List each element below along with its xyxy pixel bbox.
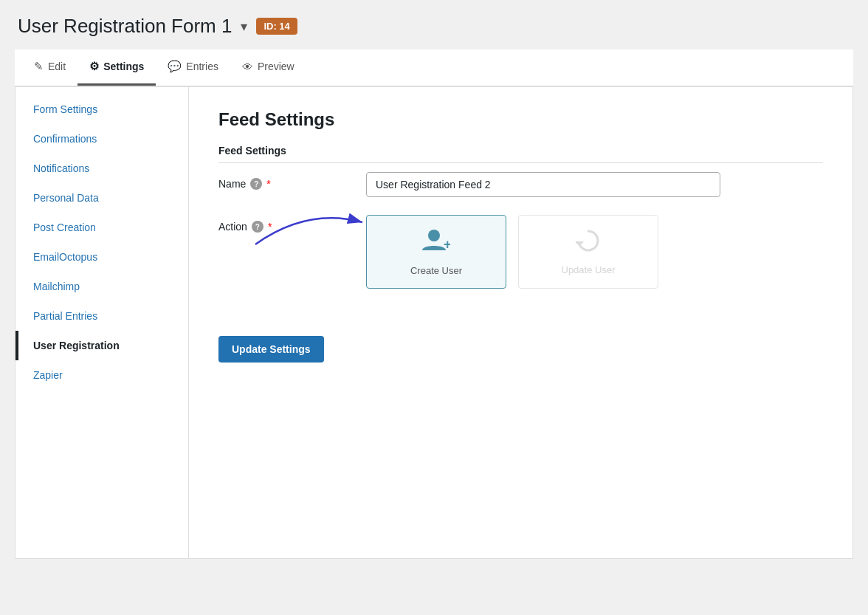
page-title: User Registration Form 1 [18,15,232,38]
update-user-button[interactable]: Update User [518,215,658,289]
sidebar-item-post-creation[interactable]: Post Creation [16,213,188,242]
name-label-text: Name [218,178,246,190]
name-field-wrapper [366,172,823,197]
tab-entries[interactable]: 💬 Entries [156,49,230,86]
entries-icon: 💬 [168,60,182,73]
main-layout: Form Settings Confirmations Notification… [15,86,853,559]
content-area: Feed Settings Feed Settings Name ? * Act… [189,87,852,558]
tab-preview[interactable]: 👁 Preview [230,49,306,86]
sidebar-item-partial-entries[interactable]: Partial Entries [16,301,188,331]
sidebar-item-confirmations[interactable]: Confirmations [16,124,188,154]
svg-text:+: + [444,237,450,252]
tab-entries-label: Entries [186,61,218,72]
edit-icon: ✎ [34,60,44,73]
name-row: Name ? * [218,172,823,197]
name-help-icon[interactable]: ? [250,178,262,190]
update-settings-button[interactable]: Update Settings [218,336,324,363]
action-required-star: * [268,221,272,233]
action-row: Action ? * [218,215,823,289]
name-label: Name ? * [218,172,366,190]
tab-settings[interactable]: ⚙ Settings [78,49,156,86]
update-user-icon [576,228,601,258]
sidebar-item-form-settings[interactable]: Form Settings [16,95,188,124]
dropdown-arrow-icon[interactable]: ▾ [241,18,247,35]
sidebar-item-notifications[interactable]: Notifications [16,154,188,183]
sidebar-item-zapier[interactable]: Zapier [16,360,188,390]
sidebar-item-mailchimp[interactable]: Mailchimp [16,272,188,301]
tab-settings-label: Settings [103,61,144,72]
create-user-button[interactable]: + Create User [366,215,506,289]
tab-edit-label: Edit [48,61,66,72]
name-input[interactable] [366,172,720,197]
tab-preview-label: Preview [258,61,294,72]
create-user-label: Create User [410,265,462,276]
tab-edit[interactable]: ✎ Edit [22,49,78,86]
action-buttons-row: + Create User [366,215,823,289]
sidebar: Form Settings Confirmations Notification… [16,87,189,558]
tab-bar: ✎ Edit ⚙ Settings 💬 Entries 👁 Preview [15,49,853,86]
feed-settings-heading: Feed Settings [218,109,823,130]
action-help-icon[interactable]: ? [252,221,264,233]
action-label: Action ? * [218,215,366,233]
action-field-wrapper: + Create User [366,215,823,289]
settings-icon: ⚙ [89,60,99,73]
section-label: Feed Settings [218,145,823,163]
create-user-icon: + [422,228,450,259]
preview-icon: 👁 [242,61,253,73]
sidebar-item-personal-data[interactable]: Personal Data [16,183,188,213]
update-user-label: Update User [562,264,616,275]
page-header: User Registration Form 1 ▾ ID: 14 [15,15,853,38]
id-badge: ID: 14 [256,18,297,35]
svg-point-1 [428,230,440,241]
action-label-text: Action [218,221,247,233]
name-required-star: * [266,178,270,190]
sidebar-item-email-octopus[interactable]: EmailOctopus [16,242,188,272]
sidebar-item-user-registration[interactable]: User Registration [16,331,188,360]
